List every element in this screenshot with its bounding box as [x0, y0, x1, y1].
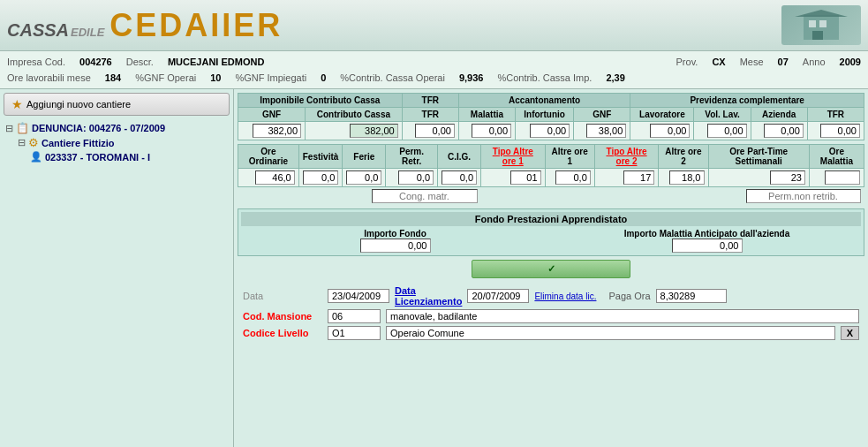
tfr-col-header: TFR	[402, 108, 458, 122]
logo: CASSA EDILE CEDAIIER	[7, 10, 283, 42]
data-label: Data	[243, 291, 322, 301]
cig-input[interactable]	[442, 170, 477, 185]
right-panel: Imponibile Contributo Cassa TFR Accanton…	[234, 89, 868, 447]
imponibile-table: Imponibile Contributo Cassa TFR Accanton…	[238, 93, 864, 140]
elimina-link[interactable]: Elimina data lic.	[534, 292, 596, 301]
mansione-row: Cod. Mansione	[243, 309, 859, 323]
data-lic-input[interactable]	[467, 289, 529, 303]
codice-livello-label: Codice Livello	[243, 328, 322, 338]
anno-value: 2009	[840, 54, 861, 70]
fondo-row: Importo Fondo Importo Malattia Anticipat…	[241, 229, 861, 253]
prev-tfr-input[interactable]	[820, 124, 860, 138]
denuncia-label: DENUNCIA: 004276 - 07/2009	[32, 123, 165, 133]
button-area: ✓	[238, 260, 864, 278]
lav-input[interactable]	[650, 124, 690, 138]
accantonamento-header: Accantonamento	[458, 94, 630, 108]
logo-cedaiier: CEDAIIER	[109, 10, 283, 42]
contrib-input[interactable]	[350, 124, 398, 138]
altre1-header: Altre ore 1	[545, 145, 594, 169]
cantiere-label: Cantiere Fittizio	[42, 138, 115, 148]
tree-worker[interactable]: 👤 023337 - TOROMANI - I	[28, 150, 230, 163]
worker-label: 023337 - TOROMANI - I	[45, 152, 150, 163]
expand-icon: ⊟	[5, 123, 13, 134]
az-input[interactable]	[764, 124, 804, 138]
lav-val	[630, 122, 694, 140]
tfr-input[interactable]	[415, 124, 455, 138]
malattia-ore-input[interactable]	[825, 170, 860, 185]
info-bar: Impresa Cod. 004276 Descr. MUCEJANI EDMO…	[0, 51, 868, 89]
livello-desc-input[interactable]	[386, 326, 835, 340]
altre1-input[interactable]	[555, 170, 591, 185]
altre2-input[interactable]	[669, 170, 705, 185]
tree-cantiere[interactable]: ⊟ ⚙ Cantiere Fittizio	[16, 135, 230, 150]
tree-denuncia[interactable]: ⊟ 📋 DENUNCIA: 004276 - 07/2009	[4, 121, 230, 135]
malattia-val	[458, 122, 515, 140]
cig-header: C.I.G.	[438, 145, 481, 169]
ore-table: Ore Ordinarie Festività Ferie Perm. Retr…	[238, 144, 864, 205]
add-cantiere-label: Aggiungi nuovo cantiere	[26, 99, 131, 110]
svg-rect-2	[819, 20, 826, 27]
form-section: Data DataLicenziamento Elimina data lic.…	[238, 282, 864, 346]
malattia-col-header: Malattia	[458, 108, 515, 122]
ore-ord-input[interactable]	[255, 170, 295, 185]
vol-input[interactable]	[707, 124, 747, 138]
prev-tfr-val	[807, 122, 864, 140]
perm-nonretrib-input[interactable]	[746, 189, 861, 203]
prev-tfr-col-header: TFR	[807, 108, 864, 122]
mansione-desc-input[interactable]	[386, 309, 859, 323]
tipo2-input[interactable]	[623, 170, 654, 185]
data-input[interactable]	[328, 289, 389, 303]
vol-val	[694, 122, 751, 140]
cod-mansione-label: Cod. Mansione	[243, 311, 322, 322]
acc-gnf-input[interactable]	[586, 124, 626, 138]
festivita-input[interactable]	[303, 170, 338, 185]
az-val	[751, 122, 807, 140]
perm-nonretrib-cell	[481, 187, 864, 206]
perm-retr-header: Perm. Retr.	[386, 145, 438, 169]
descr-value: MUCEJANI EDMOND	[168, 54, 264, 70]
acc-gnf-val	[574, 122, 630, 140]
tipo-altre2-link[interactable]: Tipo Altre ore 2	[606, 147, 646, 166]
malattia-input[interactable]	[472, 124, 511, 138]
prov-value: CX	[712, 54, 725, 70]
contrib-cassa-value: 9,936	[459, 70, 484, 86]
infortunio-input[interactable]	[530, 124, 570, 138]
perm-input[interactable]	[398, 170, 434, 185]
malattia-ore-cell	[809, 169, 864, 187]
codice-livello-input[interactable]	[328, 326, 381, 340]
parttime-input[interactable]	[770, 170, 805, 185]
ferie-input[interactable]	[346, 170, 381, 185]
importo-fondo-input[interactable]	[360, 239, 431, 253]
gnf-input[interactable]	[253, 124, 301, 138]
altre2-cell	[659, 169, 708, 187]
tipo-altre1-link[interactable]: Tipo Altre ore 1	[493, 147, 533, 166]
left-panel: ★ Aggiungi nuovo cantiere ⊟ 📋 DENUNCIA: …	[0, 89, 234, 447]
ore-ord-header: Ore Ordinarie	[238, 145, 299, 169]
tfr-val	[402, 122, 458, 140]
contrib-val	[306, 122, 403, 140]
gnf-col-header: GNF	[238, 108, 306, 122]
parttime-cell	[708, 169, 809, 187]
festivita-cell	[298, 169, 343, 187]
tipo1-cell	[481, 169, 546, 187]
importo-malattia-input[interactable]	[672, 239, 743, 253]
cong-cell	[238, 187, 481, 206]
fondo-section: Fondo Prestazioni Apprendistato Importo …	[238, 208, 864, 256]
contrib-imp-value: 2,39	[606, 70, 624, 86]
impresa-cod: 004276	[79, 54, 112, 70]
cong-matr-input[interactable]	[372, 189, 478, 203]
expand-cantiere-icon: ⊟	[18, 137, 26, 148]
data-lic-link[interactable]: DataLicenziamento	[395, 285, 462, 307]
confirm-button[interactable]: ✓	[472, 260, 630, 278]
cod-mansione-input[interactable]	[328, 309, 381, 323]
ore-lav-value: 184	[105, 70, 121, 86]
tipo1-input[interactable]	[510, 170, 541, 185]
x-button[interactable]: X	[841, 326, 859, 340]
add-cantiere-button[interactable]: ★ Aggiungi nuovo cantiere	[4, 93, 230, 116]
tree-scroll[interactable]: ⊟ 📋 DENUNCIA: 004276 - 07/2009 ⊟ ⚙ Canti…	[4, 121, 230, 447]
paga-ora-input[interactable]	[656, 289, 727, 303]
importo-malattia-col: Importo Malattia Anticipato dall'azienda	[553, 229, 861, 253]
infortunio-val	[516, 122, 574, 140]
worker-icon: 👤	[30, 151, 42, 163]
parttime-header: Ore Part-Time Settimanali	[708, 145, 809, 169]
